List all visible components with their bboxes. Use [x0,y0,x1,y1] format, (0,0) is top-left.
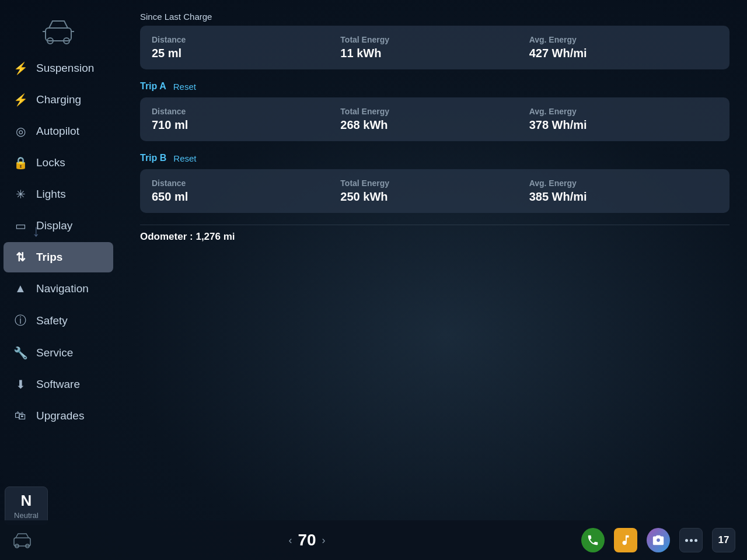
sidebar-label-lights: Lights [36,188,66,201]
trip-a-avg-energy-value: 378 Wh/mi [529,118,718,132]
sidebar: ⚡ Suspension ⚡ Charging ◎ Autopilot 🔒 Lo… [0,0,117,525]
car-icon [0,6,117,52]
svg-rect-0 [46,28,71,41]
sidebar-label-autopilot: Autopilot [36,125,79,138]
slc-distance-label: Distance [152,35,340,44]
odometer-value: 1,276 mi [196,231,235,242]
trip-b-avg-energy-value: 385 Wh/mi [529,190,718,204]
sidebar-item-display[interactable]: ▭ Display [4,211,113,241]
trip-b-total-energy-cell: Total Energy 250 kWh [340,178,529,204]
safety-icon: ⓘ [13,313,28,328]
slc-avg-energy-value: 427 Wh/mi [529,47,718,60]
locks-icon: 🔒 [13,156,28,170]
taskbar-right: 17 [581,528,735,552]
date-box: 17 [712,528,735,552]
upgrades-icon: 🛍 [13,409,28,422]
navigation-icon: ▲ [13,282,28,295]
trip-b-header: Trip B Reset [140,153,729,163]
trip-a-reset-button[interactable]: Reset [173,82,196,92]
sidebar-label-charging: Charging [36,93,81,106]
sidebar-label-display: Display [36,219,72,232]
trip-a-total-energy-value: 268 kWh [340,118,529,132]
software-icon: ⬇ [13,377,28,391]
sidebar-item-trips[interactable]: ⇅ Trips [4,242,113,272]
trip-b-avg-energy-cell: Avg. Energy 385 Wh/mi [529,178,718,204]
trip-a-header: Trip A Reset [140,81,729,92]
taskbar-car-icon [12,532,33,548]
sidebar-label-safety: Safety [36,314,68,327]
trip-b-reset-button[interactable]: Reset [173,153,196,163]
sidebar-item-charging[interactable]: ⚡ Charging [4,85,113,115]
trip-a-avg-energy-label: Avg. Energy [529,107,718,116]
speed-arrow-left: ‹ [288,534,292,547]
sidebar-label-service: Service [36,346,73,359]
phone-button[interactable] [581,528,605,552]
dot3 [694,539,697,542]
taskbar: ‹ 70 › [0,520,747,560]
odometer-label: Odometer : [140,231,193,242]
slc-distance-cell: Distance 25 ml [152,35,340,60]
slc-total-energy-cell: Total Energy 11 kWh [340,35,529,60]
sidebar-item-locks[interactable]: 🔒 Locks [4,148,113,178]
taskbar-left [12,532,33,548]
camera-icon [652,534,665,547]
sidebar-label-locks: Locks [36,156,65,169]
sidebar-item-suspension[interactable]: ⚡ Suspension [4,53,113,83]
sidebar-label-navigation: Navigation [36,282,89,295]
odometer-display: Odometer : 1,276 mi [140,225,729,249]
sidebar-item-navigation[interactable]: ▲ Navigation [4,274,113,303]
sidebar-item-software[interactable]: ⬇ Software [4,369,113,400]
main-content: Since Last Charge Distance 25 ml Total E… [123,0,747,260]
trip-a-distance-label: Distance [152,107,340,116]
lights-icon: ✳ [13,187,28,201]
trips-icon: ⇅ [13,250,28,264]
speed-display: 70 [298,531,316,550]
sidebar-item-service[interactable]: 🔧 Service [4,338,113,368]
trip-b-distance-cell: Distance 650 ml [152,178,340,204]
sidebar-label-trips: Trips [36,251,62,264]
trip-b-avg-energy-label: Avg. Energy [529,178,718,188]
trip-b-total-energy-value: 250 kWh [340,190,529,204]
date-button[interactable]: 17 [712,528,735,552]
trip-b-title: Trip B [140,153,166,163]
more-button[interactable] [679,528,703,552]
display-icon: ▭ [13,219,28,233]
trip-a-title: Trip A [140,81,166,92]
camera-icon-circle [647,528,670,552]
since-last-charge-title: Since Last Charge [140,12,729,22]
camera-button[interactable] [647,528,670,552]
media-button[interactable] [614,528,637,552]
slc-total-energy-label: Total Energy [340,35,529,44]
trip-a-total-energy-label: Total Energy [340,107,529,116]
phone-icon [587,534,599,547]
taskbar-center: ‹ 70 › [288,531,325,550]
sidebar-label-upgrades: Upgrades [36,410,84,422]
since-last-charge-card: Distance 25 ml Total Energy 11 kWh Avg. … [140,26,729,69]
trip-a-card: Distance 710 ml Total Energy 268 kWh Avg… [140,97,729,141]
sidebar-item-safety[interactable]: ⓘ Safety [4,304,113,337]
trip-a-distance-cell: Distance 710 ml [152,107,340,132]
music-icon [619,534,632,547]
media-icon-box [614,528,637,552]
trip-b-distance-value: 650 ml [152,190,340,204]
svg-rect-5 [14,538,30,546]
sidebar-label-software: Software [36,378,80,391]
suspension-icon: ⚡ [13,61,28,75]
phone-icon-circle [581,528,605,552]
trip-b-total-energy-label: Total Energy [340,178,529,188]
slc-distance-value: 25 ml [152,47,340,60]
trip-b-distance-label: Distance [152,178,340,188]
trip-a-total-energy-cell: Total Energy 268 kWh [340,107,529,132]
more-icon-box [679,528,703,552]
service-icon: 🔧 [13,346,28,360]
trip-b-card: Distance 650 ml Total Energy 250 kWh Avg… [140,169,729,213]
trip-a-avg-energy-cell: Avg. Energy 378 Wh/mi [529,107,718,132]
slc-avg-energy-cell: Avg. Energy 427 Wh/mi [529,35,718,60]
sidebar-item-upgrades[interactable]: 🛍 Upgrades [4,401,113,430]
dot2 [690,539,693,542]
sidebar-item-lights[interactable]: ✳ Lights [4,179,113,209]
dot1 [685,539,688,542]
sidebar-item-autopilot[interactable]: ◎ Autopilot [4,116,113,146]
slc-avg-energy-label: Avg. Energy [529,35,718,44]
slc-total-energy-value: 11 kWh [340,47,529,60]
